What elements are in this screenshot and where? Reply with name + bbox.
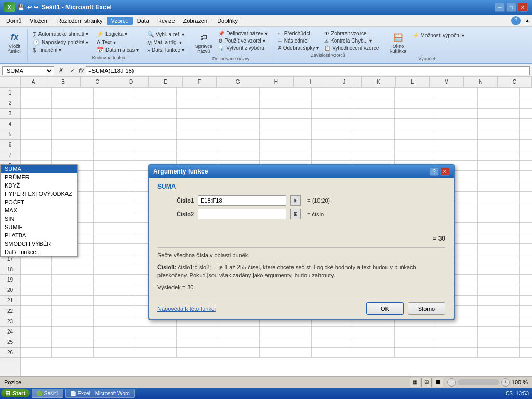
cell-A4[interactable]	[21, 119, 52, 129]
cell-M6[interactable]	[520, 140, 532, 150]
cell-B25[interactable]	[52, 337, 94, 348]
text-btn[interactable]: A Text ▾	[95, 38, 141, 46]
cell-I4[interactable]	[353, 119, 395, 129]
cell-A2[interactable]	[21, 98, 52, 109]
cell-A22[interactable]	[21, 306, 52, 316]
financial-btn[interactable]: $ Finanční ▾	[31, 47, 90, 54]
cell-G1[interactable]	[260, 88, 312, 98]
cell-L25[interactable]	[478, 337, 520, 348]
dialog-help-btn[interactable]: ?	[430, 167, 439, 176]
cell-G7[interactable]	[260, 150, 312, 161]
cell-B19[interactable]	[52, 275, 94, 285]
cell-G25[interactable]	[260, 337, 312, 348]
cell-L11[interactable]	[478, 192, 520, 202]
cell-L3[interactable]	[478, 109, 520, 119]
cell-B4[interactable]	[52, 119, 94, 129]
close-button[interactable]: ✕	[517, 3, 528, 12]
cell-D2[interactable]	[135, 98, 177, 109]
save-icon[interactable]: 💾	[18, 4, 25, 11]
cell-H26[interactable]	[312, 348, 353, 358]
cell-K6[interactable]	[436, 140, 478, 150]
insert-function-btn[interactable]: fx Vložitfunkci	[5, 30, 24, 55]
cell-G6[interactable]	[260, 140, 312, 150]
cell-L5[interactable]	[478, 129, 520, 140]
cell-G3[interactable]	[260, 109, 312, 119]
recently-used-btn[interactable]: 🕐 Naposledy použité ▾	[31, 38, 90, 46]
cell-L13[interactable]	[478, 212, 520, 223]
cell-M4[interactable]	[520, 119, 532, 129]
undo-icon[interactable]: ↩	[27, 4, 32, 11]
show-formulas-btn[interactable]: 👁 Zobrazit vzorce	[322, 30, 381, 37]
cell-F7[interactable]	[218, 150, 260, 161]
cell-M2[interactable]	[520, 98, 532, 109]
cell-B7[interactable]	[52, 150, 94, 161]
cell-M17[interactable]	[520, 254, 532, 264]
trace-precedents-btn[interactable]: ← Předchůdci	[275, 30, 321, 37]
cell-B26[interactable]	[52, 348, 94, 358]
cell-A6[interactable]	[21, 140, 52, 150]
page-break-btn[interactable]: ≣	[433, 378, 443, 387]
minimize-button[interactable]: ─	[495, 3, 505, 12]
cell-F2[interactable]	[218, 98, 260, 109]
cell-M22[interactable]	[520, 306, 532, 316]
cell-C14[interactable]	[94, 223, 135, 233]
cell-H3[interactable]	[312, 109, 353, 119]
dropdown-item-prumer[interactable]: PRŮMĚR	[1, 173, 77, 181]
cell-L7[interactable]	[478, 150, 520, 161]
cell-J1[interactable]	[395, 88, 436, 98]
cell-C2[interactable]	[94, 98, 135, 109]
cell-L14[interactable]	[478, 223, 520, 233]
create-from-selection-btn[interactable]: 📊 Vytvořit z výběru	[216, 45, 270, 51]
cell-B22[interactable]	[52, 306, 94, 316]
cell-L26[interactable]	[478, 348, 520, 358]
cell-C18[interactable]	[94, 264, 135, 275]
cell-M20[interactable]	[520, 285, 532, 296]
cell-B1[interactable]	[52, 88, 94, 98]
cell-B18[interactable]	[52, 264, 94, 275]
cell-K26[interactable]	[436, 348, 478, 358]
cell-E1[interactable]	[177, 88, 218, 98]
cell-K4[interactable]	[436, 119, 478, 129]
cell-E6[interactable]	[177, 140, 218, 150]
watch-window-btn[interactable]: 🪟 Oknokukátka	[387, 30, 409, 55]
cell-J6[interactable]	[395, 140, 436, 150]
cell-I1[interactable]	[353, 88, 395, 98]
cell-M24[interactable]	[520, 327, 532, 337]
cell-J25[interactable]	[395, 337, 436, 348]
logical-btn[interactable]: ⚡ Logická ▾	[95, 30, 141, 38]
cell-A18[interactable]	[21, 264, 52, 275]
name-box[interactable]: SUMA	[2, 66, 54, 75]
cell-G26[interactable]	[260, 348, 312, 358]
cell-L15[interactable]	[478, 233, 520, 244]
menu-doplnky[interactable]: Doplňky	[213, 17, 242, 25]
cell-K24[interactable]	[436, 327, 478, 337]
cell-J7[interactable]	[395, 150, 436, 161]
cell-C23[interactable]	[94, 316, 135, 327]
cell-C4[interactable]	[94, 119, 135, 129]
cell-K1[interactable]	[436, 88, 478, 98]
cell-I5[interactable]	[353, 129, 395, 140]
cell-H2[interactable]	[312, 98, 353, 109]
cell-E7[interactable]	[177, 150, 218, 161]
cell-C3[interactable]	[94, 109, 135, 119]
cell-C22[interactable]	[94, 306, 135, 316]
menu-vlozeni[interactable]: Vložení	[25, 17, 53, 25]
cell-C26[interactable]	[94, 348, 135, 358]
cell-C9[interactable]	[94, 171, 135, 181]
ok-button[interactable]: OK	[366, 302, 404, 315]
cell-D1[interactable]	[135, 88, 177, 98]
start-button[interactable]: ⊞ Start	[1, 389, 30, 397]
name-manager-btn[interactable]: 🏷 Správcenázvů	[192, 30, 215, 55]
cell-M18[interactable]	[520, 264, 532, 275]
use-in-formula-btn[interactable]: ⚙ Použít ve vzorci ▾	[216, 37, 270, 44]
cell-D7[interactable]	[135, 150, 177, 161]
cell-M23[interactable]	[520, 316, 532, 327]
cell-I2[interactable]	[353, 98, 395, 109]
cell-E3[interactable]	[177, 109, 218, 119]
cell-J4[interactable]	[395, 119, 436, 129]
cell-J2[interactable]	[395, 98, 436, 109]
menu-data[interactable]: Data	[133, 17, 153, 25]
cell-H24[interactable]	[312, 327, 353, 337]
cell-G5[interactable]	[260, 129, 312, 140]
cell-F5[interactable]	[218, 129, 260, 140]
